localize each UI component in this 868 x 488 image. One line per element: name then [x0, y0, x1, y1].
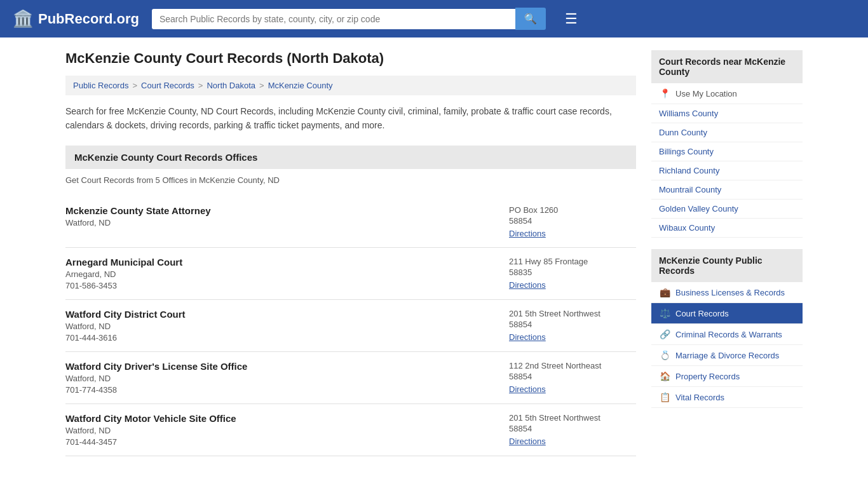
office-address: 201 5th Street Northwest: [509, 309, 636, 318]
search-bar: 🔍: [152, 8, 546, 30]
public-records-link[interactable]: 🔗Criminal Records & Warrants: [651, 324, 803, 345]
sidebar-link-icon: 📋: [659, 392, 670, 402]
office-city: Watford, ND: [65, 322, 186, 331]
office-zip: 58854: [509, 320, 636, 329]
public-records-link[interactable]: 🏠Property Records: [651, 366, 803, 387]
location-icon: 📍: [659, 88, 670, 98]
office-city: Watford, ND: [65, 374, 247, 383]
breadcrumb-mckenzie[interactable]: McKenzie County: [268, 81, 333, 90]
logo-icon: 🏛️: [13, 9, 33, 29]
sidebar-link-icon: 🏠: [659, 371, 670, 381]
nearby-county-link[interactable]: Williams County: [651, 104, 803, 123]
office-city: Watford, ND: [65, 218, 211, 227]
office-phone: 701-774-4358: [65, 385, 247, 395]
office-right: 112 2nd Street Northeast 58854 Direction…: [509, 361, 636, 394]
sidebar-link-label: Vital Records: [675, 393, 724, 402]
directions-link[interactable]: Directions: [509, 332, 546, 342]
office-entry: Arnegard Municipal Court Arnegard, ND 70…: [65, 248, 636, 300]
office-name: Watford City District Court: [65, 309, 186, 320]
office-city: Arnegard, ND: [65, 269, 182, 279]
main-container: McKenzie County Court Records (North Dak…: [53, 37, 815, 469]
office-name: Watford City Motor Vehicle Site Office: [65, 413, 236, 424]
public-records-link[interactable]: 💍Marriage & Divorce Records: [651, 345, 803, 366]
office-address: 201 5th Street Northwest: [509, 413, 636, 423]
office-entry: Watford City Driver's License Site Offic…: [65, 352, 636, 404]
breadcrumb-court-records[interactable]: Court Records: [141, 81, 194, 90]
sidebar-link-label: Property Records: [675, 372, 740, 381]
sidebar-link-icon: 💼: [659, 287, 670, 297]
page-title: McKenzie County Court Records (North Dak…: [65, 50, 636, 67]
directions-link[interactable]: Directions: [509, 437, 546, 446]
public-records-link[interactable]: 💼Business Licenses & Records: [651, 282, 803, 303]
nearby-section: Court Records near McKenzie County 📍 Use…: [651, 50, 803, 238]
public-records-header: McKenzie County Public Records: [651, 249, 803, 282]
nearby-county-link[interactable]: Billings County: [651, 142, 803, 161]
use-location-label: Use My Location: [675, 89, 737, 98]
office-zip: 58854: [509, 424, 636, 433]
sidebar-link-label: Marriage & Divorce Records: [675, 351, 779, 360]
office-address: 211 Hwy 85 Frontage: [509, 257, 636, 266]
sidebar-link-label: Court Records: [675, 309, 729, 318]
breadcrumb-sep2: >: [198, 81, 203, 90]
sidebar-link-label: Criminal Records & Warrants: [675, 330, 782, 339]
sidebar-link-icon: ⚖️: [659, 308, 670, 318]
office-name: Watford City Driver's License Site Offic…: [65, 361, 247, 372]
description: Search for free McKenzie County, ND Cour…: [65, 104, 636, 133]
office-name: Mckenzie County State Attorney: [65, 205, 211, 216]
office-right: 211 Hwy 85 Frontage 58835 Directions: [509, 257, 636, 290]
breadcrumb-sep1: >: [132, 81, 137, 90]
office-left: Mckenzie County State Attorney Watford, …: [65, 205, 211, 229]
breadcrumb-public-records[interactable]: Public Records: [73, 81, 128, 90]
office-right: 201 5th Street Northwest 58854 Direction…: [509, 413, 636, 446]
directions-link[interactable]: Directions: [509, 384, 546, 394]
office-left: Watford City Driver's License Site Offic…: [65, 361, 247, 395]
directions-link[interactable]: Directions: [509, 280, 546, 290]
office-left: Arnegard Municipal Court Arnegard, ND 70…: [65, 257, 182, 290]
breadcrumb-north-dakota[interactable]: North Dakota: [207, 81, 255, 90]
offices-heading: McKenzie County Court Records Offices: [65, 146, 636, 169]
nearby-county-link[interactable]: Wibaux County: [651, 219, 803, 238]
office-left: Watford City District Court Watford, ND …: [65, 309, 186, 342]
nearby-county-link[interactable]: Mountrail County: [651, 180, 803, 200]
nearby-county-link[interactable]: Richland County: [651, 161, 803, 180]
offices-list: Mckenzie County State Attorney Watford, …: [65, 196, 636, 456]
nearby-counties-list: Williams CountyDunn CountyBillings Count…: [651, 104, 803, 238]
directions-link[interactable]: Directions: [509, 229, 546, 238]
public-records-section: McKenzie County Public Records 💼Business…: [651, 249, 803, 408]
office-zip: 58854: [509, 372, 636, 381]
sidebar: Court Records near McKenzie County 📍 Use…: [651, 50, 803, 456]
content: McKenzie County Court Records (North Dak…: [65, 50, 636, 456]
office-phone: 701-444-3457: [65, 437, 236, 447]
search-button[interactable]: 🔍: [515, 8, 546, 30]
nearby-county-link[interactable]: Dunn County: [651, 123, 803, 142]
public-records-links: 💼Business Licenses & Records⚖️Court Reco…: [651, 282, 803, 408]
breadcrumb: Public Records > Court Records > North D…: [65, 76, 636, 95]
offices-sub: Get Court Records from 5 Offices in McKe…: [65, 175, 636, 185]
use-my-location[interactable]: 📍 Use My Location: [651, 83, 803, 104]
office-zip: 58854: [509, 216, 636, 226]
sidebar-link-icon: 🔗: [659, 329, 670, 339]
office-entry: Mckenzie County State Attorney Watford, …: [65, 196, 636, 248]
office-left: Watford City Motor Vehicle Site Office W…: [65, 413, 236, 447]
office-address: PO Box 1260: [509, 205, 636, 215]
menu-button[interactable]: ☰: [565, 11, 578, 27]
office-zip: 58835: [509, 268, 636, 277]
public-records-link[interactable]: 📋Vital Records: [651, 387, 803, 408]
nearby-county-link[interactable]: Golden Valley County: [651, 200, 803, 219]
nearby-header: Court Records near McKenzie County: [651, 50, 803, 83]
office-city: Watford, ND: [65, 426, 236, 435]
office-phone: 701-586-3453: [65, 281, 182, 290]
office-entry: Watford City Motor Vehicle Site Office W…: [65, 404, 636, 456]
logo[interactable]: 🏛️ PubRecord.org: [13, 9, 139, 29]
office-right: 201 5th Street Northwest 58854 Direction…: [509, 309, 636, 342]
breadcrumb-sep3: >: [259, 81, 264, 90]
office-entry: Watford City District Court Watford, ND …: [65, 300, 636, 352]
office-name: Arnegard Municipal Court: [65, 257, 182, 268]
office-phone: 701-444-3616: [65, 333, 186, 342]
search-input[interactable]: [152, 9, 515, 29]
public-records-link[interactable]: ⚖️Court Records: [651, 303, 803, 324]
sidebar-link-icon: 💍: [659, 350, 670, 360]
office-address: 112 2nd Street Northeast: [509, 361, 636, 370]
header: 🏛️ PubRecord.org 🔍 ☰: [0, 0, 868, 37]
office-right: PO Box 1260 58854 Directions: [509, 205, 636, 238]
